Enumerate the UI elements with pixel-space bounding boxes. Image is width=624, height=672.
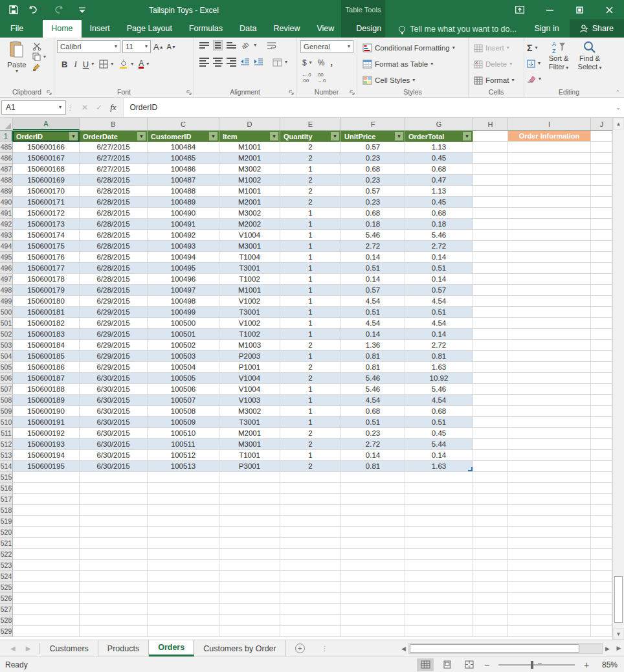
- cell[interactable]: [80, 472, 148, 483]
- tab-insert[interactable]: Insert: [82, 20, 118, 38]
- cell-styles-button[interactable]: Cell Styles▾: [362, 74, 465, 87]
- cell[interactable]: [341, 483, 405, 494]
- customize-qat-icon[interactable]: [79, 6, 85, 13]
- cell[interactable]: 0.57: [341, 285, 405, 296]
- cell[interactable]: [473, 527, 508, 538]
- cell[interactable]: [80, 582, 148, 593]
- cell[interactable]: [473, 428, 508, 439]
- row-header[interactable]: 527: [0, 604, 13, 615]
- share-button[interactable]: Share: [570, 19, 624, 38]
- row-header[interactable]: 509: [0, 406, 13, 417]
- cell[interactable]: 6/30/2015: [80, 406, 148, 417]
- cell[interactable]: 100493: [148, 241, 219, 252]
- comma-icon[interactable]: ,: [330, 58, 332, 67]
- cell[interactable]: [591, 208, 612, 219]
- cell[interactable]: [591, 571, 612, 582]
- cell[interactable]: 100507: [148, 395, 219, 406]
- cell[interactable]: [405, 549, 473, 560]
- cell[interactable]: [80, 560, 148, 571]
- cell[interactable]: 2: [280, 175, 341, 186]
- cell[interactable]: [508, 604, 591, 615]
- cell[interactable]: [148, 527, 219, 538]
- sheet-tab-products[interactable]: Products: [98, 640, 149, 656]
- cell[interactable]: 1.13: [405, 142, 473, 153]
- cell[interactable]: 100496: [148, 274, 219, 285]
- dialog-launcher-icon[interactable]: [289, 90, 294, 95]
- cell[interactable]: 0.51: [341, 307, 405, 318]
- fill-color-button[interactable]: ▾: [118, 58, 133, 71]
- cell[interactable]: 0.14: [405, 252, 473, 263]
- cell[interactable]: P3001: [219, 461, 280, 472]
- cell[interactable]: [80, 505, 148, 516]
- cell[interactable]: 100497: [148, 285, 219, 296]
- cell[interactable]: [591, 329, 612, 340]
- cell[interactable]: 100498: [148, 296, 219, 307]
- increase-font-icon[interactable]: A▲: [153, 41, 164, 52]
- cell[interactable]: 6/28/2015: [80, 241, 148, 252]
- row-header[interactable]: 488: [0, 175, 13, 186]
- copy-button[interactable]: ▾: [32, 52, 46, 61]
- row-header[interactable]: 494: [0, 241, 13, 252]
- cell[interactable]: [280, 549, 341, 560]
- cell[interactable]: [405, 560, 473, 571]
- hscroll-corner-icon[interactable]: ▶: [614, 642, 624, 655]
- table-header-orderid[interactable]: OrderID▼: [13, 131, 80, 142]
- cell[interactable]: T3001: [219, 417, 280, 428]
- cell[interactable]: 100486: [148, 164, 219, 175]
- cell[interactable]: [473, 208, 508, 219]
- cell[interactable]: [219, 549, 280, 560]
- cell[interactable]: 0.51: [405, 307, 473, 318]
- row-header[interactable]: 524: [0, 571, 13, 582]
- cell[interactable]: [508, 252, 591, 263]
- cell[interactable]: [508, 538, 591, 549]
- cell[interactable]: [508, 241, 591, 252]
- cell[interactable]: [591, 439, 612, 450]
- cell[interactable]: [508, 263, 591, 274]
- cell[interactable]: 150600173: [13, 219, 80, 230]
- cell[interactable]: 150600166: [13, 142, 80, 153]
- cell[interactable]: 4.54: [341, 296, 405, 307]
- cell[interactable]: 0.81: [405, 351, 473, 362]
- add-sheet-icon[interactable]: +: [295, 644, 305, 653]
- cell[interactable]: 1: [280, 263, 341, 274]
- cell[interactable]: 100503: [148, 351, 219, 362]
- cell[interactable]: 150600181: [13, 307, 80, 318]
- cell[interactable]: [219, 571, 280, 582]
- align-top-icon[interactable]: [199, 42, 209, 49]
- column-header-a[interactable]: A: [13, 118, 80, 130]
- cell[interactable]: 6/27/2015: [80, 142, 148, 153]
- row-header[interactable]: 515: [0, 472, 13, 483]
- cell[interactable]: [591, 560, 612, 571]
- cell[interactable]: 2: [280, 197, 341, 208]
- cell[interactable]: 2: [280, 142, 341, 153]
- cell[interactable]: [508, 175, 591, 186]
- cell[interactable]: M1003: [219, 340, 280, 351]
- cell[interactable]: 150600194: [13, 450, 80, 461]
- cell[interactable]: M2001: [219, 153, 280, 164]
- cell[interactable]: [473, 351, 508, 362]
- row-header[interactable]: 497: [0, 274, 13, 285]
- cell[interactable]: [80, 571, 148, 582]
- row-header[interactable]: 503: [0, 340, 13, 351]
- row-header[interactable]: 490: [0, 197, 13, 208]
- cell[interactable]: 0.51: [341, 417, 405, 428]
- font-color-button[interactable]: A▾: [139, 58, 149, 71]
- cell[interactable]: [591, 483, 612, 494]
- cell[interactable]: M1001: [219, 285, 280, 296]
- cell[interactable]: [341, 505, 405, 516]
- table-header-unitprice[interactable]: UnitPrice▼: [341, 131, 405, 142]
- cell[interactable]: [219, 626, 280, 637]
- cancel-icon[interactable]: ✕: [82, 103, 88, 112]
- cell[interactable]: [591, 406, 612, 417]
- row-header[interactable]: 514: [0, 461, 13, 472]
- cell[interactable]: [405, 593, 473, 604]
- tab-formulas[interactable]: Formulas: [181, 20, 231, 38]
- cell[interactable]: 0.47: [405, 175, 473, 186]
- cell[interactable]: 2: [280, 340, 341, 351]
- cell[interactable]: [508, 615, 591, 626]
- cell[interactable]: [508, 494, 591, 505]
- cell[interactable]: [508, 296, 591, 307]
- cell[interactable]: 150600175: [13, 241, 80, 252]
- decrease-font-icon[interactable]: A▼: [166, 42, 177, 51]
- cell[interactable]: 150600192: [13, 428, 80, 439]
